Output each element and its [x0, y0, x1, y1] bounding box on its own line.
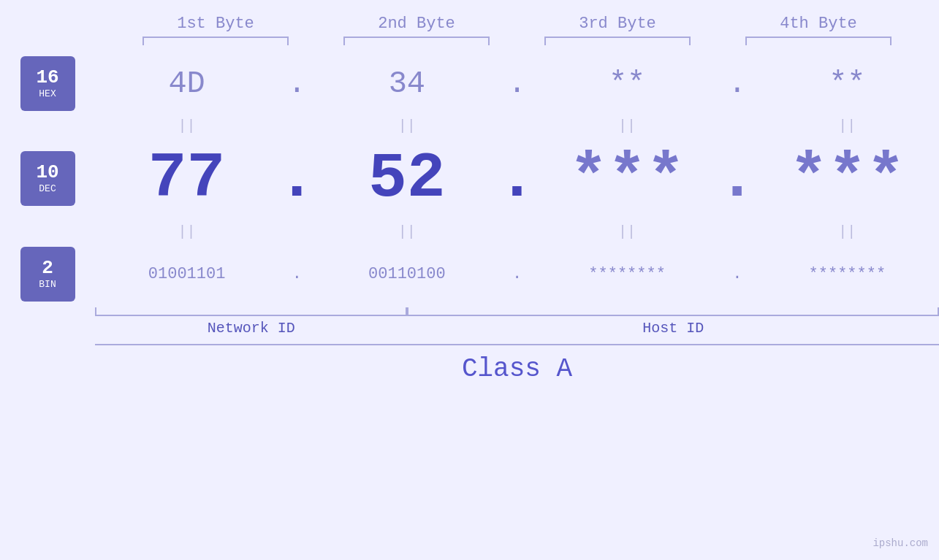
class-section: Class A [95, 344, 939, 391]
byte-labels-row: 1st Byte 2nd Byte 3rd Byte 4th Byte [115, 15, 919, 33]
top-bracket-4 [745, 37, 892, 45]
eq-row-2: || || || || [95, 219, 939, 245]
top-bracket-row [115, 37, 919, 45]
eq2-2: || [315, 223, 498, 240]
main-container: 1st Byte 2nd Byte 3rd Byte 4th Byte 16 H… [0, 0, 939, 560]
hex-sep-3: . [719, 66, 756, 101]
bottom-labels: Network ID Host ID [95, 320, 939, 337]
dec-value-1: 77 [95, 142, 278, 215]
eq2-1: || [95, 223, 278, 240]
bin-sep-1: . [278, 265, 315, 283]
bin-sep-3: . [719, 265, 756, 283]
byte-label-4: 4th Byte [727, 15, 910, 33]
byte-label-2: 2nd Byte [325, 15, 508, 33]
bin-sep-2: . [499, 265, 536, 283]
hex-value-2: 34 [315, 66, 498, 101]
bin-value-1: 01001101 [95, 265, 278, 283]
host-id-label: Host ID [407, 320, 939, 337]
dec-value-4: *** [756, 142, 939, 215]
watermark: ipshu.com [873, 537, 928, 549]
byte-label-3: 3rd Byte [526, 15, 709, 33]
top-bracket-1 [142, 37, 289, 45]
dec-sep-2: . [499, 140, 536, 218]
eq2-4: || [756, 223, 939, 240]
dec-sep-3: . [719, 140, 756, 218]
bottom-labels-row: Network ID Host ID [0, 320, 939, 337]
eq-row-1: || || || || [95, 113, 939, 139]
hex-badge: 16 HEX [20, 56, 75, 111]
bin-badge: 2 BIN [20, 247, 75, 302]
dec-value-2: 52 [315, 142, 498, 215]
eq1-4: || [756, 118, 939, 134]
bin-value-4: ******** [756, 265, 939, 283]
bin-value-3: ******** [536, 265, 719, 283]
host-bracket [407, 307, 939, 316]
eq1-2: || [315, 118, 498, 134]
bin-value-2: 00110100 [315, 265, 498, 283]
hex-sep-1: . [278, 66, 315, 101]
eq2-3: || [536, 223, 719, 240]
byte-label-1: 1st Byte [124, 15, 307, 33]
dec-value-3: *** [536, 142, 719, 215]
bottom-brackets [95, 307, 939, 316]
hex-sep-2: . [499, 66, 536, 101]
eq1-1: || [95, 118, 278, 134]
dec-data-row: 77 . 52 . *** . *** [95, 140, 939, 218]
hex-value-4: ** [756, 66, 939, 101]
class-row-wrapper: Class A [0, 344, 939, 391]
network-bracket [95, 307, 407, 316]
top-bracket-2 [343, 37, 490, 45]
top-bracket-3 [544, 37, 691, 45]
hex-value-3: ** [536, 66, 719, 101]
eq1-3: || [536, 118, 719, 134]
dec-badge: 10 DEC [20, 151, 75, 206]
hex-value-1: 4D [95, 66, 278, 101]
bottom-bracket-area [0, 307, 939, 316]
bin-data-row: 01001101 . 00110100 . ******** . [95, 265, 939, 283]
class-label: Class A [462, 354, 572, 384]
dec-sep-1: . [278, 140, 315, 218]
hex-data-row: 4D . 34 . ** . ** [95, 66, 939, 101]
network-id-label: Network ID [95, 320, 407, 337]
